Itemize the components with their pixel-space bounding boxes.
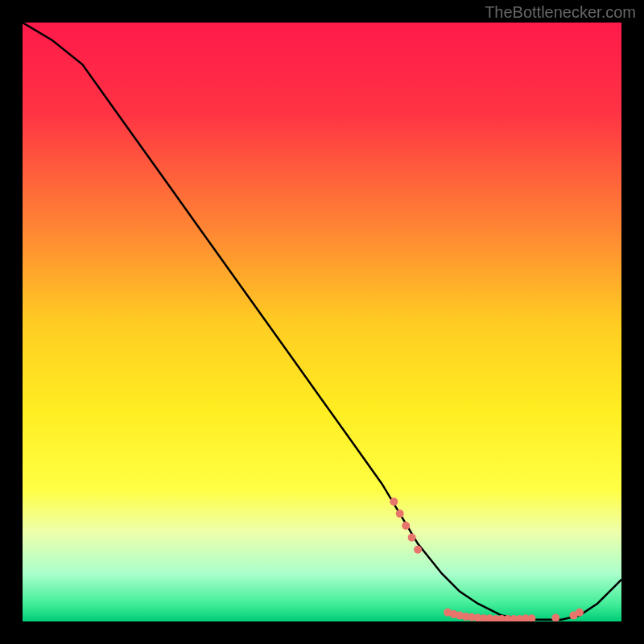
data-marker	[414, 546, 422, 554]
chart-svg	[23, 23, 621, 621]
gradient-background	[23, 23, 621, 621]
chart-area	[23, 23, 621, 621]
data-marker	[390, 497, 398, 506]
data-marker	[576, 609, 584, 617]
data-marker	[396, 510, 404, 518]
data-marker	[408, 534, 416, 542]
data-marker	[402, 522, 410, 530]
watermark-text: TheBottlenecker.com	[485, 3, 636, 22]
